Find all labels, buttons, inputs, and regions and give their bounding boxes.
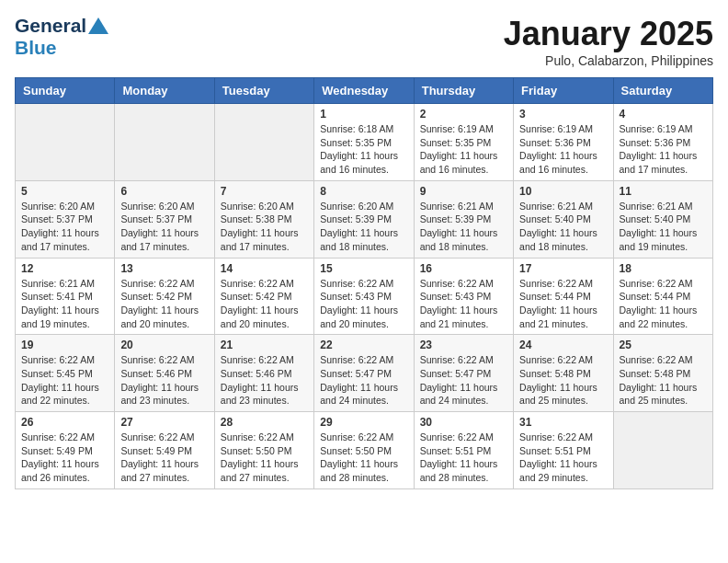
sunset-text: Sunset: 5:44 PM [620, 291, 691, 302]
sunrise-text: Sunrise: 6:22 AM [420, 431, 494, 442]
sunset-text: Sunset: 5:36 PM [620, 137, 691, 148]
weekday-header: Saturday [613, 78, 712, 104]
calendar-week-row: 19Sunrise: 6:22 AMSunset: 5:45 PMDayligh… [16, 335, 713, 412]
sunrise-text: Sunrise: 6:20 AM [21, 201, 95, 212]
daylight-text: Daylight: 11 hours and 23 minutes. [120, 382, 199, 407]
calendar-day-cell: 17Sunrise: 6:22 AMSunset: 5:44 PMDayligh… [514, 258, 613, 335]
daylight-text: Daylight: 11 hours and 28 minutes. [420, 458, 498, 483]
daylight-text: Daylight: 11 hours and 28 minutes. [320, 458, 398, 483]
sunrise-text: Sunrise: 6:18 AM [320, 123, 393, 134]
sunrise-text: Sunrise: 6:20 AM [320, 201, 393, 212]
daylight-text: Daylight: 11 hours and 24 minutes. [420, 382, 498, 407]
calendar-day-cell: 9Sunrise: 6:21 AMSunset: 5:39 PMDaylight… [414, 180, 513, 258]
sunset-text: Sunset: 5:45 PM [21, 368, 93, 379]
sunrise-text: Sunrise: 6:22 AM [620, 354, 693, 365]
calendar-day-cell: 23Sunrise: 6:22 AMSunset: 5:47 PMDayligh… [414, 335, 513, 412]
day-info: Sunrise: 6:22 AMSunset: 5:44 PMDaylight:… [519, 277, 607, 331]
day-number: 8 [320, 185, 407, 198]
day-info: Sunrise: 6:22 AMSunset: 5:43 PMDaylight:… [320, 277, 407, 331]
daylight-text: Daylight: 11 hours and 18 minutes. [420, 227, 498, 252]
day-number: 5 [21, 185, 108, 198]
day-info: Sunrise: 6:20 AMSunset: 5:37 PMDaylight:… [120, 200, 208, 254]
sunrise-text: Sunrise: 6:22 AM [221, 354, 294, 365]
sunset-text: Sunset: 5:39 PM [420, 213, 492, 224]
page-header: General Blue January 2025 Pulo, Calabarz… [15, 15, 713, 68]
day-info: Sunrise: 6:21 AMSunset: 5:39 PMDaylight:… [420, 200, 507, 254]
sunrise-text: Sunrise: 6:22 AM [519, 278, 593, 289]
logo-icon [88, 17, 108, 34]
daylight-text: Daylight: 11 hours and 17 minutes. [221, 227, 299, 252]
day-number: 21 [221, 339, 308, 351]
calendar-week-row: 12Sunrise: 6:21 AMSunset: 5:41 PMDayligh… [16, 258, 713, 335]
day-info: Sunrise: 6:22 AMSunset: 5:51 PMDaylight:… [420, 431, 507, 485]
calendar-day-cell: 8Sunrise: 6:20 AMSunset: 5:39 PMDaylight… [314, 180, 414, 258]
calendar-day-cell: 18Sunrise: 6:22 AMSunset: 5:44 PMDayligh… [613, 258, 712, 335]
calendar-day-cell [115, 104, 214, 181]
sunset-text: Sunset: 5:39 PM [320, 213, 392, 224]
day-info: Sunrise: 6:22 AMSunset: 5:44 PMDaylight:… [620, 277, 707, 331]
sunset-text: Sunset: 5:47 PM [320, 368, 392, 379]
sunset-text: Sunset: 5:49 PM [21, 445, 93, 456]
calendar-day-cell: 22Sunrise: 6:22 AMSunset: 5:47 PMDayligh… [314, 335, 414, 412]
day-info: Sunrise: 6:22 AMSunset: 5:48 PMDaylight:… [519, 353, 607, 408]
day-info: Sunrise: 6:22 AMSunset: 5:48 PMDaylight:… [620, 353, 707, 408]
day-number: 1 [320, 108, 407, 121]
day-number: 27 [120, 416, 208, 429]
daylight-text: Daylight: 11 hours and 18 minutes. [320, 227, 398, 252]
daylight-text: Daylight: 11 hours and 20 minutes. [320, 304, 398, 329]
sunrise-text: Sunrise: 6:22 AM [21, 431, 95, 442]
calendar-day-cell: 30Sunrise: 6:22 AMSunset: 5:51 PMDayligh… [414, 412, 513, 489]
sunset-text: Sunset: 5:51 PM [519, 445, 591, 456]
day-number: 30 [420, 416, 507, 429]
day-info: Sunrise: 6:19 AMSunset: 5:36 PMDaylight:… [519, 122, 607, 177]
day-number: 9 [420, 185, 507, 198]
calendar-day-cell: 25Sunrise: 6:22 AMSunset: 5:48 PMDayligh… [613, 335, 712, 412]
daylight-text: Daylight: 11 hours and 27 minutes. [221, 458, 299, 483]
calendar-table: SundayMondayTuesdayWednesdayThursdayFrid… [15, 77, 713, 489]
sunset-text: Sunset: 5:42 PM [120, 291, 192, 302]
calendar-day-cell: 26Sunrise: 6:22 AMSunset: 5:49 PMDayligh… [16, 412, 115, 489]
sunset-text: Sunset: 5:46 PM [120, 368, 192, 379]
svg-marker-0 [88, 17, 108, 34]
logo-blue: Blue [15, 37, 57, 58]
day-number: 26 [21, 416, 108, 429]
calendar-day-cell: 28Sunrise: 6:22 AMSunset: 5:50 PMDayligh… [214, 412, 313, 489]
sunset-text: Sunset: 5:37 PM [120, 213, 192, 224]
calendar-day-cell: 14Sunrise: 6:22 AMSunset: 5:42 PMDayligh… [214, 258, 313, 335]
day-info: Sunrise: 6:22 AMSunset: 5:46 PMDaylight:… [120, 353, 208, 408]
daylight-text: Daylight: 11 hours and 21 minutes. [420, 304, 498, 329]
day-number: 23 [420, 339, 507, 351]
calendar-day-cell: 20Sunrise: 6:22 AMSunset: 5:46 PMDayligh… [115, 335, 214, 412]
daylight-text: Daylight: 11 hours and 29 minutes. [519, 458, 597, 483]
day-number: 12 [21, 262, 108, 275]
calendar-week-row: 26Sunrise: 6:22 AMSunset: 5:49 PMDayligh… [16, 412, 713, 489]
sunset-text: Sunset: 5:35 PM [320, 137, 392, 148]
calendar-day-cell: 7Sunrise: 6:20 AMSunset: 5:38 PMDaylight… [214, 180, 313, 258]
day-info: Sunrise: 6:22 AMSunset: 5:47 PMDaylight:… [320, 353, 407, 408]
daylight-text: Daylight: 11 hours and 17 minutes. [120, 227, 199, 252]
day-number: 22 [320, 339, 407, 351]
calendar-day-cell: 11Sunrise: 6:21 AMSunset: 5:40 PMDayligh… [613, 180, 712, 258]
day-info: Sunrise: 6:20 AMSunset: 5:37 PMDaylight:… [21, 200, 108, 254]
sunrise-text: Sunrise: 6:20 AM [120, 201, 194, 212]
day-number: 3 [519, 108, 607, 121]
daylight-text: Daylight: 11 hours and 16 minutes. [320, 150, 398, 175]
sunset-text: Sunset: 5:44 PM [519, 291, 591, 302]
day-info: Sunrise: 6:21 AMSunset: 5:40 PMDaylight:… [519, 200, 607, 254]
daylight-text: Daylight: 11 hours and 17 minutes. [21, 227, 99, 252]
day-number: 18 [620, 262, 707, 275]
day-info: Sunrise: 6:21 AMSunset: 5:40 PMDaylight:… [620, 200, 707, 254]
calendar-week-row: 1Sunrise: 6:18 AMSunset: 5:35 PMDaylight… [16, 104, 713, 181]
weekday-header: Tuesday [214, 78, 313, 104]
calendar-day-cell [613, 412, 712, 489]
sunset-text: Sunset: 5:50 PM [221, 445, 292, 456]
day-number: 2 [420, 108, 507, 121]
sunrise-text: Sunrise: 6:19 AM [420, 123, 494, 134]
daylight-text: Daylight: 11 hours and 25 minutes. [620, 382, 698, 407]
daylight-text: Daylight: 11 hours and 16 minutes. [420, 150, 498, 175]
daylight-text: Daylight: 11 hours and 21 minutes. [519, 304, 597, 329]
daylight-text: Daylight: 11 hours and 19 minutes. [620, 227, 698, 252]
sunset-text: Sunset: 5:50 PM [320, 445, 392, 456]
day-info: Sunrise: 6:22 AMSunset: 5:49 PMDaylight:… [21, 431, 108, 485]
daylight-text: Daylight: 11 hours and 25 minutes. [519, 382, 597, 407]
